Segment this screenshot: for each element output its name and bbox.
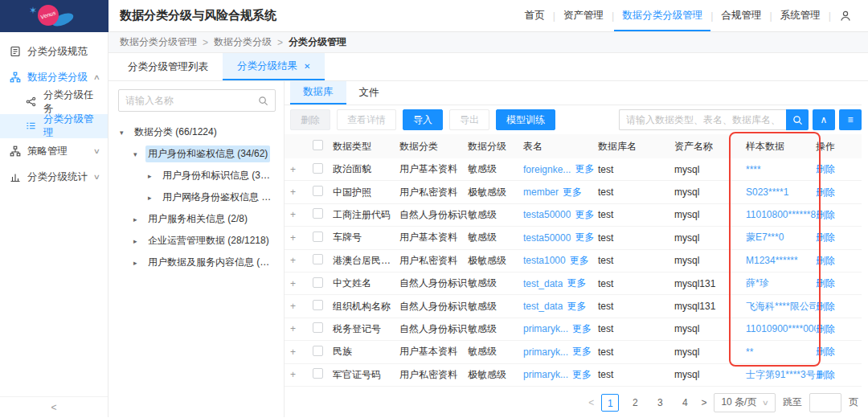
- row-delete-link[interactable]: 删除: [816, 163, 835, 174]
- row-checkbox[interactable]: [313, 368, 323, 379]
- sample-data-link[interactable]: 薛*珍: [746, 277, 769, 289]
- tree-node[interactable]: ▸ 用户网络身份鉴权信息 (0/0): [118, 186, 276, 208]
- sidebar-item-spec[interactable]: 分类分级规范: [0, 39, 108, 64]
- tree-search-input[interactable]: [125, 95, 258, 106]
- next-page-button[interactable]: >: [701, 397, 706, 408]
- more-link[interactable]: 更多: [572, 345, 592, 359]
- table-name-link[interactable]: testa50000: [523, 232, 571, 244]
- view-detail-button[interactable]: 查看详情: [337, 109, 396, 130]
- table-name-link[interactable]: foreignke...: [523, 164, 571, 175]
- page-number-button[interactable]: 2: [626, 394, 644, 412]
- more-link[interactable]: 更多: [575, 208, 594, 222]
- table-name-link[interactable]: testa1000: [523, 255, 566, 266]
- sample-data-link[interactable]: M1234******: [746, 255, 798, 266]
- row-delete-link[interactable]: 删除: [816, 369, 835, 380]
- tree-node[interactable]: ▾ 用户身份和鉴权信息 (34/62): [118, 143, 276, 165]
- sample-data-link[interactable]: **: [746, 346, 753, 358]
- tree-expand-icon[interactable]: ▸: [133, 259, 145, 267]
- more-link[interactable]: 更多: [575, 231, 594, 244]
- page-number-button[interactable]: 4: [676, 394, 694, 412]
- tab-file[interactable]: 文件: [346, 81, 392, 104]
- sidebar-item-task[interactable]: 分类分级任务: [0, 90, 108, 114]
- row-checkbox[interactable]: [313, 208, 323, 219]
- tree-expand-icon[interactable]: ▸: [133, 237, 145, 245]
- breadcrumb-item[interactable]: 数据分类分级: [214, 35, 272, 49]
- tree-expand-icon[interactable]: ▾: [120, 129, 132, 137]
- row-expander[interactable]: +: [290, 164, 313, 175]
- row-checkbox[interactable]: [313, 322, 323, 333]
- sample-data-link[interactable]: 飞海科****限公司: [746, 301, 816, 312]
- chevron-up-icon[interactable]: ∧: [93, 73, 100, 81]
- sample-data-link[interactable]: 蒙E7***0: [746, 232, 784, 243]
- row-expander[interactable]: +: [290, 232, 313, 244]
- prev-page-button[interactable]: <: [588, 397, 594, 408]
- row-checkbox[interactable]: [313, 346, 323, 356]
- tree-node[interactable]: ▸ 用户服务相关信息 (2/8): [118, 208, 276, 230]
- tree-node[interactable]: ▸ 用户数据及服务内容信息 (2/8): [118, 252, 276, 273]
- row-checkbox[interactable]: [313, 254, 323, 264]
- row-expander[interactable]: +: [290, 209, 313, 220]
- table-name-link[interactable]: testa50000: [523, 209, 571, 220]
- more-link[interactable]: 更多: [572, 322, 592, 336]
- table-name-link[interactable]: primaryk...: [523, 369, 568, 380]
- model-train-button[interactable]: 模型训练: [496, 109, 555, 130]
- top-nav-link[interactable]: 系统管理: [772, 0, 829, 31]
- row-checkbox[interactable]: [313, 277, 323, 288]
- row-expander[interactable]: +: [290, 186, 313, 198]
- tree-expand-icon[interactable]: ▸: [148, 194, 160, 202]
- row-checkbox[interactable]: [313, 163, 323, 174]
- sidebar-item-data-classify[interactable]: 数据分类分级 ∧: [0, 64, 108, 90]
- table-name-link[interactable]: test_data: [523, 301, 563, 312]
- row-delete-link[interactable]: 删除: [816, 301, 835, 312]
- more-link[interactable]: 更多: [567, 277, 586, 290]
- sidebar-item-stats[interactable]: 分类分级统计 ∨: [0, 164, 108, 190]
- sample-data-link[interactable]: ****: [746, 164, 761, 175]
- tree-expand-icon[interactable]: ▸: [133, 215, 145, 223]
- tab-classify-result[interactable]: 分类分级结果 ✕: [223, 53, 325, 80]
- tab-manage-list[interactable]: 分类分级管理列表: [113, 53, 223, 80]
- breadcrumb-item[interactable]: 数据分类分级管理: [120, 35, 197, 49]
- sample-data-link[interactable]: 士字第91****3号: [746, 369, 816, 380]
- more-link[interactable]: 更多: [575, 162, 594, 176]
- top-nav-link[interactable]: 首页: [517, 0, 553, 31]
- table-name-link[interactable]: test_data: [523, 278, 563, 289]
- delete-button[interactable]: 删除: [290, 109, 330, 130]
- tree-node[interactable]: ▾ 数据分类 (66/1224): [118, 121, 276, 143]
- row-delete-link[interactable]: 删除: [816, 255, 835, 266]
- sidebar-item-strategy[interactable]: 策略管理 ∨: [0, 138, 108, 164]
- top-nav-link[interactable]: 数据分类分级管理: [614, 0, 710, 31]
- row-delete-link[interactable]: 删除: [816, 323, 835, 334]
- search-button[interactable]: [786, 109, 809, 130]
- tree-expand-icon[interactable]: ▸: [148, 172, 160, 180]
- table-name-link[interactable]: primaryk...: [523, 323, 568, 334]
- top-nav-link[interactable]: 合规管理: [714, 0, 770, 31]
- import-button[interactable]: 导入: [403, 109, 443, 130]
- column-setting-button[interactable]: ≡: [839, 109, 862, 130]
- tree-expand-icon[interactable]: ▾: [133, 150, 145, 158]
- row-expander[interactable]: +: [290, 278, 313, 289]
- more-link[interactable]: 更多: [567, 300, 586, 314]
- row-delete-link[interactable]: 删除: [816, 209, 835, 220]
- row-delete-link[interactable]: 删除: [816, 186, 835, 198]
- row-checkbox[interactable]: [313, 300, 323, 310]
- tree-node[interactable]: ▸ 用户身份和标识信息 (34/62): [118, 165, 276, 186]
- page-number-button[interactable]: 1: [601, 394, 619, 412]
- export-button[interactable]: 导出: [449, 109, 489, 130]
- collapse-search-button[interactable]: ∧: [813, 109, 835, 130]
- sample-data-link[interactable]: S023****1: [746, 186, 788, 198]
- more-link[interactable]: 更多: [570, 254, 589, 268]
- top-nav-link[interactable]: 资产管理: [555, 0, 612, 31]
- row-expander[interactable]: +: [290, 323, 313, 334]
- more-link[interactable]: 更多: [563, 186, 582, 199]
- chevron-down-icon[interactable]: ∨: [93, 147, 100, 155]
- row-delete-link[interactable]: 删除: [816, 277, 835, 289]
- chevron-down-icon[interactable]: ∨: [93, 173, 100, 181]
- select-all-checkbox[interactable]: [313, 140, 323, 150]
- row-expander[interactable]: +: [290, 255, 313, 266]
- jump-page-input[interactable]: [809, 393, 841, 412]
- table-name-link[interactable]: member: [523, 186, 559, 198]
- sample-data-link[interactable]: 11010800******8: [746, 209, 816, 220]
- row-expander[interactable]: +: [290, 346, 313, 358]
- search-icon[interactable]: [258, 96, 268, 106]
- row-delete-link[interactable]: 删除: [816, 232, 835, 243]
